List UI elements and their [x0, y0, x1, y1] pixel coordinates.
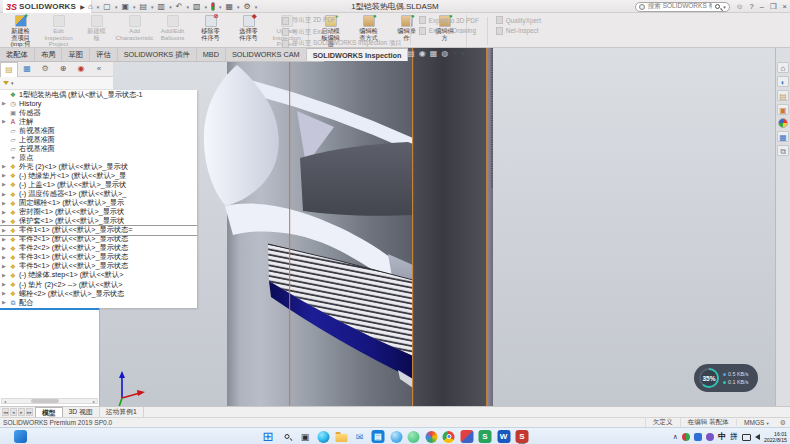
feature-tree-filter[interactable]: ▾ [0, 77, 113, 90]
tree-item-mates[interactable]: ▶⧉配合 [0, 298, 197, 307]
model-tab-模型[interactable]: 模型 [35, 407, 63, 417]
export-item[interactable]: 导出至 Excel [282, 28, 402, 37]
export-item[interactable]: Export to 3D PDF [419, 16, 479, 24]
tray-app-red-green-icon[interactable] [682, 433, 690, 441]
export-item[interactable]: 导出至 2D PDF [282, 16, 402, 25]
print-icon[interactable]: ▥ [158, 2, 166, 11]
file-explorer-icon[interactable]: ▣ [777, 104, 789, 115]
ime-language-indicator[interactable]: 中 [718, 431, 726, 442]
taskbar-edge-browser-icon[interactable] [317, 431, 329, 443]
tab-布局[interactable]: 布局 [35, 48, 63, 61]
undo-icon[interactable]: ↶ [176, 2, 183, 11]
tab-solidworks-插件[interactable]: SOLIDWORKS 插件 [118, 48, 197, 61]
menu-flyout-arrow[interactable]: ▶ [80, 3, 85, 10]
taskbar-chrome-browser-icon[interactable] [443, 431, 455, 443]
display-tray-icon[interactable] [742, 434, 751, 441]
scene-icon[interactable]: ▦ [430, 49, 438, 59]
custom-properties-icon[interactable]: ▦ [777, 131, 789, 142]
help-search-box[interactable]: 搜索 SOLIDWORKS 帮助 ▾ [635, 2, 730, 12]
collapse-arrows[interactable]: « [90, 62, 108, 76]
scroll-right-arrow[interactable]: ▸ [91, 399, 97, 404]
monitor-icon[interactable]: ⊡ [469, 49, 476, 59]
displaymanager-tab[interactable]: ◉ [72, 62, 90, 76]
login-button[interactable]: ☺ [736, 2, 744, 11]
options-gear-icon[interactable]: ⚙ [244, 2, 251, 11]
dimxpertmanager-tab[interactable]: ⊕ [54, 62, 72, 76]
tab-solidworks-cam[interactable]: SOLIDWORKS CAM [226, 48, 307, 61]
rebuild-traffic-light-icon[interactable] [211, 2, 215, 11]
taskbar-search-icon[interactable] [280, 430, 293, 443]
add-edit-balloons-button[interactable]: Add/EditBalloons [154, 14, 191, 41]
featuremanager-tab[interactable]: ▤ [0, 62, 18, 77]
tab-草图[interactable]: 草图 [62, 48, 90, 61]
appearances-wheel-icon[interactable] [778, 118, 788, 128]
model-armored-thermocouple[interactable] [204, 48, 493, 406]
taskbar-task-view-icon[interactable]: ▣ [299, 430, 312, 443]
tab-评估[interactable]: 评估 [90, 48, 118, 61]
display-style-icon[interactable]: ◔ [452, 49, 457, 59]
propertymanager-tab[interactable]: ▦ [18, 62, 36, 76]
new-document-icon[interactable]: ▢ [103, 2, 111, 11]
panel-horizontal-scrollbar[interactable]: ◂ ▸ [1, 398, 98, 404]
taskbar-app-green-circle-icon[interactable] [408, 431, 420, 443]
tray-app-purple-icon[interactable] [706, 433, 714, 441]
tab-装配体[interactable]: 装配体 [0, 48, 35, 61]
tab-scroll-buttons[interactable]: ◂◂◂▸▸▸ [0, 407, 35, 417]
select-arrow-icon[interactable]: ▧ [193, 2, 201, 11]
volume-tray-icon[interactable] [755, 434, 760, 440]
hidden-icons-chevron[interactable]: ∧ [673, 429, 678, 444]
hide-show-icon[interactable]: ◍ [441, 49, 448, 59]
export-item[interactable]: QualityXpert [496, 16, 541, 24]
home-icon[interactable]: ⌂ [777, 62, 789, 73]
file-properties-icon[interactable]: ▦ [225, 2, 233, 11]
appearance-icon[interactable]: ◉ [419, 49, 426, 59]
remove-balloons-button[interactable]: ⊘移除零件序号 [192, 14, 229, 41]
taskbar-app-red-blue-icon[interactable] [460, 430, 473, 443]
performance-widget[interactable]: 35% 0.5 KB/s0.1 KB/s [694, 364, 758, 392]
taskbar-word-icon[interactable]: W [497, 430, 510, 443]
scrollbar-thumb[interactable] [31, 399, 59, 403]
tab-solidworks-inspection[interactable]: SOLIDWORKS Inspection [307, 48, 409, 61]
select-balloons-button[interactable]: ◆选择零件序号 [230, 14, 267, 41]
view-palette-icon[interactable]: ⧉ [777, 145, 789, 156]
open-icon[interactable]: ▣ [121, 2, 129, 11]
taskbar-app-blue-circle-icon[interactable] [390, 431, 402, 443]
panel-splitter[interactable] [0, 308, 99, 310]
new-template-button[interactable]: 新建模板 [78, 14, 115, 41]
taskbar-app-color-circle-icon[interactable] [425, 431, 437, 443]
export-item[interactable]: Net-Inspect [496, 27, 541, 35]
design-library-icon[interactable]: ▤ [777, 90, 789, 101]
widgets-icon[interactable] [14, 430, 27, 443]
3d-content-central-icon[interactable]: ◐ [777, 76, 789, 87]
home-icon[interactable]: ⌂ [88, 2, 93, 11]
taskbar-wps-office-icon[interactable]: S [479, 430, 492, 443]
taskbar-solidworks-app-icon[interactable]: S [516, 430, 529, 443]
taskbar-microsoft-store-icon[interactable]: ▤ [372, 430, 385, 443]
3d-model-canvas[interactable] [100, 48, 775, 406]
tab-mbd[interactable]: MBD [197, 48, 226, 61]
tree-item-assembly-root[interactable]: ❖1型铠装热电偶 (默认<默认_显示状态-1 [0, 90, 197, 99]
view-settings-icon[interactable]: ▾ [461, 49, 465, 59]
model-tab-3D 视图[interactable]: 3D 视图 [63, 407, 100, 417]
taskbar-file-explorer-icon[interactable] [335, 430, 348, 443]
restore-button[interactable]: ❐ [770, 2, 777, 11]
status-options-gear-icon[interactable]: ⚙ [776, 419, 790, 427]
clock[interactable]: 16:01 2022/8/15 [764, 431, 787, 443]
minimize-button[interactable]: – [760, 2, 764, 11]
search-magnifier-icon[interactable] [715, 4, 720, 9]
taskbar-mail-icon[interactable]: ✉ [353, 430, 366, 443]
save-icon[interactable]: ▤ [140, 2, 148, 11]
ime-mode-indicator[interactable]: 拼 [730, 431, 738, 442]
graphics-viewport[interactable]: ⤢⌖↺◧▤◉▦◍◔▾⊡ 35% 0.5 KB/s0.1 KB/s [100, 48, 775, 406]
close-button[interactable]: × [783, 2, 787, 11]
taskbar-windows-start-icon[interactable]: ⊞ [262, 430, 275, 443]
new-inspection-project-button[interactable]: ✦新建检查项目(imp:何 [2, 14, 39, 48]
configurationmanager-tab[interactable]: ⚙ [36, 62, 54, 76]
edit-inspection-project-button[interactable]: EditInspectionProject [40, 14, 77, 48]
unit-system-selector[interactable]: MMGS▾ [736, 419, 776, 426]
model-inner-dark-column[interactable] [413, 48, 487, 406]
model-tab-运动算例1[interactable]: 运动算例1 [100, 407, 144, 417]
export-item[interactable]: 导出至 SOLIDWORKS Inspection 项目 [282, 39, 402, 48]
filter-caret-icon[interactable]: ▾ [11, 80, 14, 86]
add-characteristic-button[interactable]: AddCharacteristic [116, 14, 153, 41]
